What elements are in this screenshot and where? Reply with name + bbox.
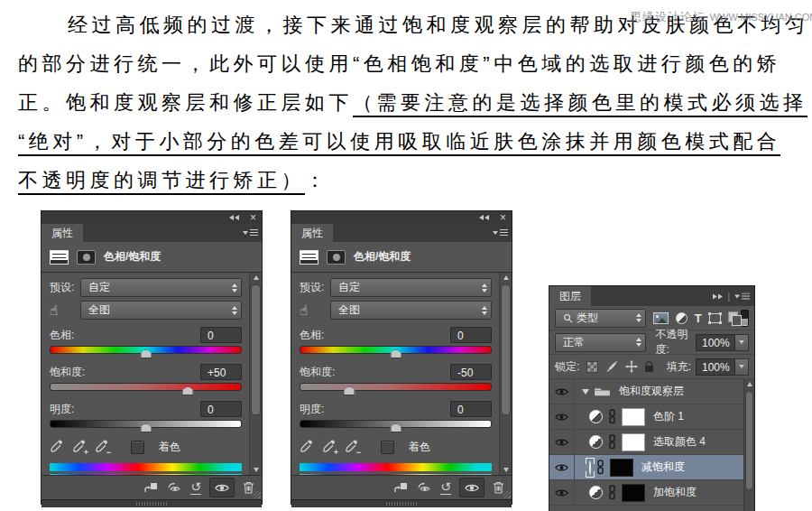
channel-dropdown[interactable]: 全图 xyxy=(80,301,242,320)
layer-mask-thumbnail[interactable] xyxy=(622,408,645,426)
filter-shape-layers-icon[interactable] xyxy=(709,313,721,323)
opacity-value-input[interactable]: 100% xyxy=(696,334,735,351)
lock-all-icon[interactable] xyxy=(645,366,653,372)
filter-type-layers-icon[interactable]: T xyxy=(695,311,702,325)
hue-value-input[interactable]: 0 xyxy=(200,327,242,343)
targeted-adjustment-icon[interactable]: ☝ xyxy=(300,302,330,319)
scrollbar-thumb[interactable] xyxy=(251,284,261,415)
scroll-down-icon[interactable] xyxy=(250,465,262,475)
close-icon[interactable]: × xyxy=(250,212,256,223)
panel-resize-strip[interactable] xyxy=(291,499,512,507)
lock-position-icon[interactable] xyxy=(625,360,638,373)
lightness-value-input[interactable]: 0 xyxy=(450,401,492,417)
blend-mode-dropdown[interactable]: 正常 xyxy=(555,333,646,352)
targeted-adjustment-icon[interactable]: ☝ xyxy=(50,302,80,319)
layer-mask-thumbnail[interactable] xyxy=(622,433,645,451)
lightness-value-input[interactable]: 0 xyxy=(200,401,242,417)
eye-icon[interactable] xyxy=(549,379,575,404)
eyedropper-minus-icon[interactable]: − xyxy=(345,440,359,454)
fill-dropdown-arrow[interactable] xyxy=(735,358,749,376)
layer-row[interactable]: 色阶 1 xyxy=(549,404,754,430)
lock-paint-icon[interactable] xyxy=(605,360,618,373)
toggle-visibility-button[interactable] xyxy=(459,478,484,497)
layer-mask-thumbnail[interactable] xyxy=(610,459,633,477)
panel-menu-icon[interactable] xyxy=(734,293,750,300)
saturation-slider[interactable] xyxy=(300,383,492,395)
scrollbar[interactable] xyxy=(499,273,512,475)
channel-dropdown[interactable]: 全图 xyxy=(330,301,492,320)
fill-value-input[interactable]: 100% xyxy=(696,358,735,376)
hue-slider[interactable] xyxy=(300,346,492,358)
clip-to-layer-icon[interactable] xyxy=(393,482,408,493)
saturation-slider[interactable] xyxy=(50,383,242,395)
tab-properties[interactable]: 属性 xyxy=(42,224,83,242)
eyedropper-plus-icon[interactable]: + xyxy=(322,440,337,454)
collapse-panel-icon[interactable] xyxy=(229,215,239,220)
layer-mask-icon[interactable] xyxy=(77,250,96,265)
eyedropper-icon[interactable] xyxy=(50,440,64,454)
hue-slider[interactable] xyxy=(50,346,242,358)
lightness-slider[interactable] xyxy=(300,420,492,432)
expand-caret-icon[interactable] xyxy=(582,389,589,395)
filter-type-dropdown[interactable]: 类型 xyxy=(555,309,646,328)
adjustment-layer-icon[interactable] xyxy=(589,410,603,423)
scrollbar[interactable] xyxy=(249,273,262,475)
scrollbar-thumb[interactable] xyxy=(745,391,753,490)
collapse-panel-icon[interactable] xyxy=(479,215,489,220)
mask-link-icon[interactable] xyxy=(596,460,604,475)
eye-icon[interactable] xyxy=(549,480,575,505)
eye-icon[interactable] xyxy=(549,404,575,429)
colorize-checkbox[interactable] xyxy=(131,441,144,454)
clip-to-layer-icon[interactable] xyxy=(143,482,158,493)
hue-value-input[interactable]: 0 xyxy=(450,327,492,343)
filter-toggle-switch[interactable] xyxy=(741,310,749,327)
layer-mask-thumbnail[interactable] xyxy=(622,484,645,502)
scroll-down-icon[interactable] xyxy=(500,465,512,475)
view-previous-state-icon[interactable] xyxy=(166,482,182,493)
delete-icon[interactable] xyxy=(243,481,254,494)
filter-pixel-layers-icon[interactable] xyxy=(653,312,669,324)
view-previous-state-icon[interactable] xyxy=(416,482,432,493)
preset-dropdown[interactable]: 自定 xyxy=(80,278,242,297)
scrollbar-thumb[interactable] xyxy=(501,284,511,415)
opacity-dropdown-arrow[interactable] xyxy=(735,334,749,351)
mask-link-icon[interactable] xyxy=(608,409,616,424)
saturation-value-input[interactable]: -50 xyxy=(450,364,492,380)
layer-row[interactable]: 选取颜色 4 xyxy=(549,430,754,455)
toggle-visibility-button[interactable] xyxy=(209,478,235,497)
filter-smart-objects-icon[interactable] xyxy=(728,311,741,324)
eyedropper-minus-icon[interactable]: − xyxy=(95,440,109,454)
layer-row[interactable]: 加饱和度 xyxy=(549,480,754,506)
adjustment-layer-icon[interactable] xyxy=(589,486,603,499)
close-icon[interactable]: × xyxy=(500,212,506,223)
saturation-value-input[interactable]: +50 xyxy=(200,364,242,380)
adjustment-layer-icon[interactable] xyxy=(589,435,603,449)
lightness-slider[interactable] xyxy=(50,420,242,432)
scroll-up-icon[interactable] xyxy=(500,273,512,283)
panel-menu-icon[interactable] xyxy=(243,229,258,237)
panel-menu-icon[interactable] xyxy=(493,229,508,237)
scroll-up-icon[interactable] xyxy=(744,379,754,389)
scroll-up-icon[interactable] xyxy=(250,273,262,283)
eye-icon[interactable] xyxy=(549,430,575,454)
tab-properties[interactable]: 属性 xyxy=(291,224,333,242)
layer-row-group[interactable]: 饱和度观察层 xyxy=(549,379,754,404)
layers-scrollbar[interactable] xyxy=(743,379,754,511)
layer-mask-icon[interactable] xyxy=(327,250,346,265)
reset-icon[interactable]: ↺ xyxy=(440,481,451,495)
layer-row-selected[interactable]: 减饱和度 xyxy=(549,455,754,480)
panel-resize-strip[interactable] xyxy=(42,499,262,507)
reset-icon[interactable]: ↺ xyxy=(190,481,201,495)
preset-dropdown[interactable]: 自定 xyxy=(330,278,492,297)
eyedropper-plus-icon[interactable]: + xyxy=(72,440,87,454)
mask-link-icon[interactable] xyxy=(608,485,616,500)
filter-adjustment-layers-icon[interactable] xyxy=(676,312,687,324)
tab-layers[interactable]: 图层 xyxy=(549,286,591,306)
delete-icon[interactable] xyxy=(493,481,504,494)
colorize-checkbox[interactable] xyxy=(381,441,394,454)
eyedropper-icon[interactable] xyxy=(300,440,314,454)
mask-link-icon[interactable] xyxy=(608,434,616,450)
eye-icon[interactable] xyxy=(549,455,575,479)
collapse-panel-icon[interactable] xyxy=(713,293,723,299)
lock-transparency-icon[interactable] xyxy=(586,361,598,373)
